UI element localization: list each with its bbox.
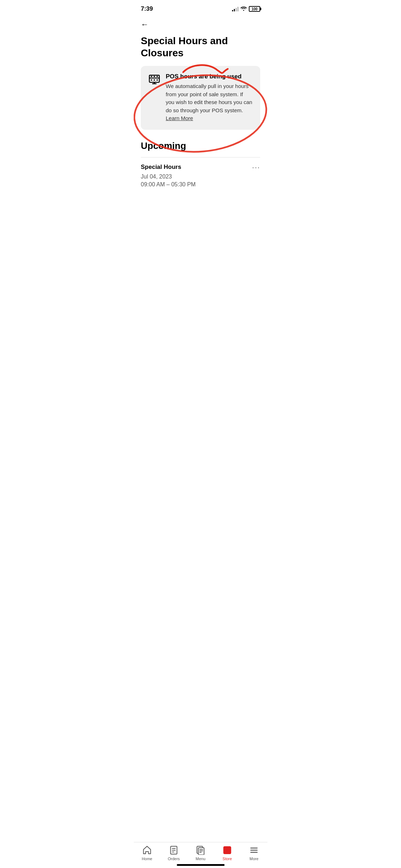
svg-rect-5 (156, 79, 158, 81)
svg-rect-8 (156, 76, 158, 77)
pos-banner-container: POS hours are being used We automaticall… (141, 66, 260, 130)
back-arrow-icon: ← (141, 20, 149, 29)
status-bar: 7:39 100 (134, 0, 267, 16)
more-options-button[interactable]: ··· (252, 163, 260, 171)
status-time: 7:39 (141, 5, 153, 12)
learn-more-link[interactable]: Learn More (166, 115, 193, 121)
pos-text-content: POS hours are being used We automaticall… (166, 73, 253, 123)
svg-rect-7 (154, 76, 155, 77)
special-hours-header: Special Hours ··· (141, 163, 260, 171)
special-hours-time: 09:00 AM – 05:30 PM (141, 181, 260, 188)
signal-icon (232, 6, 238, 11)
svg-rect-3 (151, 79, 152, 81)
pos-banner: POS hours are being used We automaticall… (141, 66, 260, 130)
pos-banner-title: POS hours are being used (166, 73, 253, 80)
special-hours-item: Special Hours ··· Jul 04, 2023 09:00 AM … (141, 157, 260, 193)
back-button[interactable]: ← (134, 16, 267, 32)
status-icons: 100 (232, 6, 260, 12)
svg-rect-4 (154, 79, 155, 81)
pos-banner-body: We automatically pull in your hours from… (166, 82, 253, 123)
svg-rect-6 (151, 76, 152, 77)
special-hours-date: Jul 04, 2023 (141, 174, 260, 180)
upcoming-title: Upcoming (141, 140, 260, 151)
wifi-icon (241, 6, 247, 12)
upcoming-section: Upcoming Special Hours ··· Jul 04, 2023 … (134, 140, 267, 193)
battery-icon: 100 (249, 6, 260, 12)
page-title: Special Hours and Closures (134, 32, 267, 66)
special-hours-label: Special Hours (141, 164, 181, 171)
pos-system-icon (148, 73, 161, 86)
